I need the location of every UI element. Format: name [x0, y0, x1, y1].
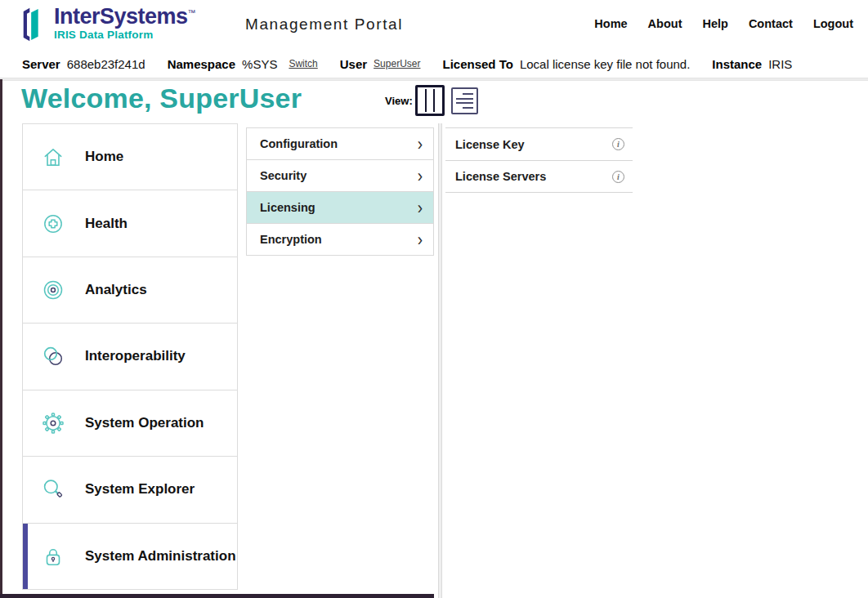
window-bottom-edge — [0, 594, 434, 598]
system-explorer-icon — [41, 477, 65, 502]
switch-namespace-link[interactable]: Switch — [289, 58, 317, 69]
nav-contact-link[interactable]: Contact — [749, 17, 793, 30]
user-label: User — [340, 57, 367, 71]
system-administration-icon — [41, 544, 65, 569]
chevron-right-icon: › — [418, 135, 423, 153]
sidebar-item-label: System Explorer — [85, 481, 195, 498]
chevron-right-icon: › — [418, 167, 423, 185]
sidebar-item-system-administration[interactable]: System Administration — [23, 524, 237, 589]
sidebar-item-label: Interoperability — [85, 348, 186, 364]
server-value: 688eb23f241d — [67, 57, 145, 71]
welcome-heading: Welcome, SuperUser — [21, 83, 302, 114]
menu-item-security[interactable]: Security › — [246, 159, 434, 192]
sidebar-item-analytics[interactable]: Analytics — [23, 257, 237, 324]
server-label: Server — [22, 57, 60, 71]
sidebar-item-home[interactable]: Home — [23, 124, 237, 190]
sidebar-item-interoperability[interactable]: Interoperability — [23, 324, 237, 390]
top-header: InterSystems™ IRIS Data Platform Managem… — [0, 0, 868, 49]
menu-item-label: Encryption — [260, 233, 322, 246]
menu-item-license-key[interactable]: License Key i — [445, 127, 633, 160]
namespace-value: %SYS — [242, 57, 277, 71]
brand-subtitle: IRIS Data Platform — [54, 29, 195, 41]
list-view-icon[interactable] — [451, 87, 478, 114]
namespace-label: Namespace — [168, 57, 235, 71]
home-icon — [41, 145, 65, 169]
instance-label: Instance — [712, 57, 762, 71]
intersystems-logo-icon — [20, 6, 47, 43]
info-icon[interactable]: i — [612, 138, 624, 150]
sidebar-item-health[interactable]: Health — [23, 190, 237, 257]
menu-item-encryption[interactable]: Encryption › — [246, 223, 434, 256]
sidebar-item-label: Analytics — [85, 282, 147, 298]
nav-about-link[interactable]: About — [648, 17, 682, 30]
sidebar-item-system-operation[interactable]: System Operation — [23, 390, 237, 457]
sidebar-item-label: Health — [85, 216, 128, 232]
page-title: Management Portal — [245, 16, 403, 33]
system-operation-icon — [41, 411, 65, 435]
nav-logout-link[interactable]: Logout — [813, 17, 853, 30]
namespace-group: Namespace %SYS Switch — [168, 57, 318, 71]
instance-group: Instance IRIS — [712, 57, 792, 71]
window-left-edge — [0, 79, 2, 598]
menu-item-label: License Key — [455, 138, 525, 151]
menu-item-label: Security — [260, 169, 306, 182]
menu-item-label: Configuration — [260, 137, 338, 150]
main-menu-level2: Configuration › Security › Licensing › E… — [246, 127, 434, 256]
sidebar-item-label: System Operation — [85, 415, 204, 431]
intersystems-logo: InterSystems™ IRIS Data Platform — [20, 6, 195, 43]
chevron-right-icon: › — [418, 199, 423, 216]
columns-view-icon[interactable] — [415, 85, 445, 116]
sidebar-item-label: Home — [85, 149, 123, 165]
trademark: ™ — [188, 8, 196, 17]
top-nav: Home About Help Contact Logout — [594, 17, 853, 30]
health-icon — [41, 212, 65, 236]
licensed-to-value: Local license key file not found. — [520, 57, 690, 71]
nav-home-link[interactable]: Home — [594, 17, 627, 30]
instance-value: IRIS — [768, 57, 792, 71]
main-menu-level1: Home Health Analytics Interoperability — [22, 123, 238, 590]
sidebar-item-label: System Administration — [85, 548, 236, 565]
licensed-to-group: Licensed To Local license key file not f… — [442, 57, 690, 71]
interoperability-icon — [41, 344, 65, 368]
menu-column-divider — [438, 123, 442, 598]
brand-name: InterSystems™ — [54, 6, 195, 28]
sidebar-item-system-explorer[interactable]: System Explorer — [23, 457, 237, 523]
user-profile-link[interactable]: SuperUser — [374, 58, 420, 69]
main-menu-level3: License Key i License Servers i — [445, 127, 633, 193]
licensed-to-label: Licensed To — [442, 57, 512, 71]
menu-item-configuration[interactable]: Configuration › — [246, 127, 434, 160]
menu-item-licensing[interactable]: Licensing › — [246, 191, 434, 224]
server-group: Server 688eb23f241d — [22, 57, 145, 71]
server-info-bar: Server 688eb23f241d Namespace %SYS Switc… — [22, 51, 856, 77]
user-group: User SuperUser — [340, 57, 421, 71]
info-icon[interactable]: i — [612, 171, 624, 183]
view-label: View: — [385, 95, 413, 107]
menu-item-label: License Servers — [455, 170, 546, 183]
analytics-icon — [41, 278, 65, 302]
header-separator — [0, 78, 868, 81]
nav-help-link[interactable]: Help — [702, 17, 727, 30]
chevron-right-icon: › — [418, 230, 423, 248]
menu-item-license-servers[interactable]: License Servers i — [445, 160, 633, 193]
menu-item-label: Licensing — [260, 201, 315, 214]
